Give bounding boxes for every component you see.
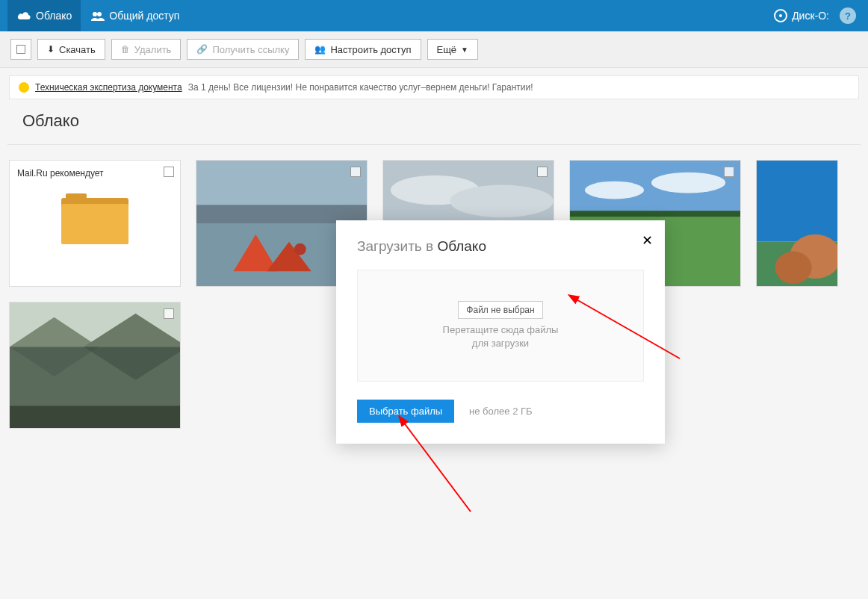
- tab-cloud[interactable]: Облако: [7, 0, 81, 31]
- more-button[interactable]: Ещё ▼: [427, 39, 479, 60]
- download-icon: ⬇: [47, 44, 55, 55]
- promo-banner: Техническая экспертиза документа За 1 де…: [9, 75, 859, 99]
- download-button[interactable]: ⬇ Скачать: [37, 39, 105, 60]
- tile-checkbox[interactable]: [164, 308, 174, 319]
- configure-access-button[interactable]: 👥 Настроить доступ: [305, 39, 421, 60]
- delete-button[interactable]: 🗑 Удалить: [111, 39, 182, 60]
- modal-footer: Выбрать файлы не более 2 ГБ: [357, 400, 644, 423]
- image-thumbnail: [10, 302, 180, 428]
- toolbar: ⬇ Скачать 🗑 Удалить 🔗 Получить ссылку 👥 …: [0, 31, 868, 68]
- svg-point-16: [585, 181, 644, 199]
- tile-checkbox[interactable]: [164, 167, 174, 177]
- svg-point-1: [97, 12, 102, 16]
- trash-icon: 🗑: [121, 44, 130, 55]
- link-icon: 🔗: [196, 44, 208, 55]
- dropzone[interactable]: Файл не выбран Перетащите сюда файлы для…: [357, 270, 644, 382]
- tile-checkbox[interactable]: [350, 167, 361, 177]
- delete-label: Удалить: [134, 44, 172, 55]
- image-tile[interactable]: [9, 302, 181, 429]
- get-link-button[interactable]: 🔗 Получить ссылку: [187, 39, 299, 60]
- tab-shared[interactable]: Общий доступ: [81, 0, 188, 31]
- modal-title: Загрузить в Облако: [357, 238, 644, 255]
- svg-point-23: [775, 252, 812, 284]
- svg-rect-19: [570, 211, 740, 217]
- image-tile[interactable]: [756, 160, 838, 287]
- svg-rect-20: [757, 161, 837, 242]
- topbar-right: Диск-О: ?: [774, 7, 861, 24]
- help-button[interactable]: ?: [840, 7, 856, 24]
- upload-limit-text: не более 2 ГБ: [469, 406, 532, 417]
- promo-icon: [19, 82, 29, 93]
- cloud-icon: [16, 10, 31, 21]
- chevron-down-icon: ▼: [461, 46, 468, 54]
- disk-o-link[interactable]: Диск-О:: [774, 9, 829, 22]
- svg-point-12: [450, 185, 554, 217]
- promo-text: За 1 день! Все лицензии! Не понравится к…: [188, 82, 533, 93]
- tile-checkbox[interactable]: [724, 167, 734, 177]
- svg-point-3: [779, 14, 782, 17]
- folder-label: Mail.Ru рекомендует: [17, 168, 173, 179]
- modal-title-prefix: Загрузить в: [357, 238, 437, 254]
- upload-modal: ✕ Загрузить в Облако Файл не выбран Пере…: [336, 220, 665, 444]
- select-all-checkbox[interactable]: [10, 39, 31, 60]
- get-link-label: Получить ссылку: [212, 44, 289, 55]
- svg-point-17: [651, 173, 725, 193]
- close-button[interactable]: ✕: [642, 232, 653, 249]
- promo-link[interactable]: Техническая экспертиза документа: [35, 82, 182, 93]
- tab-shared-label: Общий доступ: [109, 10, 179, 22]
- breadcrumb: Облако: [7, 99, 861, 145]
- configure-access-label: Настроить доступ: [330, 44, 411, 55]
- tab-cloud-label: Облако: [36, 10, 72, 22]
- disk-icon: [774, 9, 787, 22]
- image-thumbnail: [757, 161, 837, 286]
- select-files-button[interactable]: Выбрать файлы: [357, 400, 454, 423]
- svg-rect-30: [10, 406, 180, 428]
- download-label: Скачать: [59, 44, 96, 55]
- file-none-button[interactable]: Файл не выбран: [458, 301, 542, 319]
- group-icon: 👥: [314, 44, 326, 55]
- svg-point-9: [294, 243, 306, 255]
- dropzone-text: Перетащите сюда файлы для загрузки: [443, 323, 559, 350]
- disk-o-label: Диск-О:: [792, 10, 829, 22]
- top-bar: Облако Общий доступ Диск-О: ?: [0, 0, 868, 31]
- svg-point-0: [93, 12, 97, 16]
- tile-checkbox[interactable]: [537, 167, 548, 177]
- folder-icon: [61, 192, 128, 244]
- more-label: Ещё: [437, 44, 457, 55]
- page-title: Облако: [22, 111, 846, 131]
- folder-tile-recommended[interactable]: Mail.Ru рекомендует: [9, 160, 181, 287]
- people-icon: [90, 10, 105, 21]
- modal-title-bold: Облако: [437, 238, 486, 254]
